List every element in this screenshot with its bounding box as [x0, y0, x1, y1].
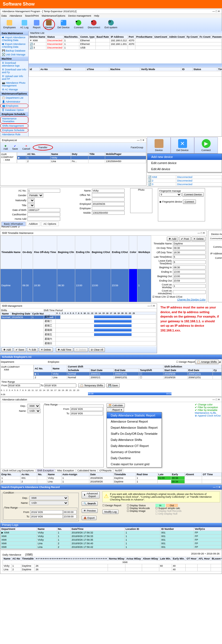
rm-gen[interactable]: Attendance General Report	[107, 418, 162, 425]
big-connect[interactable]: ▶Connect	[194, 137, 218, 154]
window-controls[interactable]: — □ ✕	[213, 10, 220, 13]
tt-caw[interactable]	[173, 284, 206, 288]
tb-transfer[interactable]: Transfer	[33, 144, 53, 150]
design-chk[interactable]: ☐ Design Report	[176, 361, 195, 363]
adv-export-btn[interactable]: ⬆ Advanced Export	[82, 491, 100, 499]
splitter[interactable]	[29, 63, 222, 67]
lp-timetables[interactable]: Maintenance Timetables	[0, 116, 28, 124]
menu-attendance[interactable]: Attendance	[9, 14, 22, 17]
tt-ein[interactable]	[173, 270, 206, 274]
tab-cio[interactable]: Clock In/Out Log Exceptions	[1, 469, 35, 472]
tb-aclog[interactable]: AC Log	[18, 19, 31, 30]
lp-employees[interactable]: 👥 Employees	[0, 104, 28, 108]
tab-noshf[interactable]: NoShf	[113, 469, 123, 472]
col-status[interactable]: Status	[46, 35, 64, 39]
tree-company[interactable]: OUR COMPANY	[1, 366, 33, 368]
tt-on[interactable]	[173, 246, 206, 250]
sc-from[interactable]	[8, 384, 40, 387]
change-color-link[interactable]: Change the Display Color	[152, 298, 206, 301]
tt-bin[interactable]	[173, 265, 206, 269]
table-row[interactable]: ▶1Vicky	[17, 156, 146, 160]
otel-field[interactable]	[92, 193, 125, 197]
modify-btn[interactable]: Modify Log	[102, 510, 118, 514]
ac-no-field[interactable]	[27, 189, 60, 193]
s-nm[interactable]: <All>	[29, 501, 68, 505]
ds-chk[interactable]: ☐ Display Status	[127, 504, 146, 507]
dm-editall[interactable]: Edit All device	[147, 166, 222, 172]
preview-btn[interactable]: 👁 Preview	[82, 508, 98, 513]
link-filter-ex[interactable]: ✔ Filter by exception	[195, 406, 221, 409]
col-devname[interactable]: Device Name	[29, 35, 46, 39]
sm-edit[interactable]: ✎ Edit	[27, 347, 38, 352]
col-prod[interactable]: ProductName	[135, 35, 153, 39]
c2-name[interactable]: Name	[63, 68, 86, 71]
mobile-field[interactable]	[92, 211, 125, 215]
gender-select[interactable]: Female	[27, 193, 43, 198]
lp-backup[interactable]: 💾 Backup Database	[0, 49, 28, 53]
save-btn[interactable]: 💾 Save	[106, 383, 120, 388]
s-from[interactable]	[30, 510, 63, 514]
col-ip[interactable]: IP Address	[110, 35, 128, 39]
c2-stime[interactable]: sTime	[86, 68, 109, 71]
lp-dl-logs[interactable]: ⬇ Download attendance logs	[0, 61, 28, 68]
di-chk[interactable]: ☐ Display Image	[127, 510, 146, 512]
dept-node[interactable]: OUR COMPANY	[1, 153, 16, 159]
lp-export[interactable]: 🡆 Export Attendance Checking Data	[0, 42, 28, 49]
lp-ul-user[interactable]: ⬆ Upload user info and FP	[0, 74, 28, 81]
dept-sub[interactable]: - XIMI	[1, 159, 16, 161]
tt-late[interactable]	[173, 255, 206, 259]
c2-acno[interactable]: Ac-No	[39, 68, 63, 71]
calc-to[interactable]	[70, 412, 103, 415]
rm-shifts[interactable]: Daily Attendance Shifts	[107, 437, 162, 443]
table-row[interactable]: Daytime09:3018:3008:3013:0013:0023:591	[1, 269, 151, 302]
menu-search[interactable]: Search/Print	[25, 14, 39, 17]
menu-maintenance[interactable]: Maintenance/Options	[42, 14, 65, 17]
link-maint[interactable]: Maintanance AL/BL	[195, 412, 221, 414]
lp-admin[interactable]: 👤 Administrator	[0, 100, 28, 104]
c2-id[interactable]: Id	[29, 68, 40, 71]
close-icon[interactable]: — □ ✕	[148, 305, 155, 307]
table-row[interactable]: 🔄 3Disconnected	[147, 183, 222, 186]
tb-device[interactable]: Device	[43, 19, 55, 30]
lp-shifts[interactable]: Shifts Management	[0, 124, 28, 128]
close-icon[interactable]: — □ ✕	[213, 398, 220, 401]
dm-edit[interactable]: Edit current device	[147, 160, 222, 166]
rm-dept[interactable]: Depart Attendance Statistic Report	[107, 425, 162, 431]
sm-addtime[interactable]: ✚ Add Time	[56, 347, 73, 352]
name-field[interactable]	[92, 189, 125, 193]
big-device[interactable]: Device	[147, 137, 171, 154]
machine-list-tab[interactable]: Machine List	[29, 31, 222, 35]
lp-db[interactable]: 🗄 Database Option	[0, 108, 28, 112]
sm-add[interactable]: ✚ Add	[1, 347, 13, 352]
calc-dep[interactable]: XIMI	[27, 404, 40, 408]
tt-cam[interactable]	[173, 290, 206, 294]
close-icon[interactable]: — □ ✕	[137, 139, 145, 142]
tt-eout[interactable]	[173, 279, 206, 283]
table-row[interactable]: XIMILina22016/9/26 17:56:421001FP	[1, 545, 222, 549]
calculate-btn[interactable]: 🧮 Calculate	[107, 403, 125, 408]
s-from-t[interactable]	[63, 510, 77, 514]
table-row[interactable]: XIMIVicky12016/9/26 17:56:331001FP	[1, 535, 222, 538]
tb-cancel[interactable]: ✕Cancel	[21, 144, 32, 151]
close-icon[interactable]: — □ ✕	[213, 486, 221, 489]
title-select[interactable]	[27, 203, 35, 208]
stt-post[interactable]: ✔ Post	[179, 237, 191, 241]
col-fc[interactable]: Fc Count	[199, 35, 211, 39]
rm-ot[interactable]: Daily Attendance OT Report	[107, 443, 162, 449]
rm-dailyot[interactable]: Daily Overtime	[107, 455, 162, 461]
card-field[interactable]	[27, 213, 60, 216]
temp-btn[interactable]: 📋 Temporary Shifts	[78, 383, 105, 388]
tab-shex[interactable]: Shift Exception	[36, 469, 55, 472]
emp-field[interactable]	[92, 206, 125, 210]
col-pw[interactable]: Passwo	[211, 35, 222, 39]
s-to-t[interactable]	[63, 515, 77, 518]
calc-name[interactable]: <All>	[27, 409, 41, 413]
report-btn[interactable]: 📄 Report ▾	[107, 408, 124, 412]
tb-add[interactable]: ✚Add	[1, 144, 10, 151]
lp-attrule[interactable]: Attendance Rule	[0, 132, 28, 136]
table-row[interactable]: 🔄 2Disconnected1Ethernet192.168.1.201437…	[29, 42, 222, 46]
col-port[interactable]: Port	[128, 35, 135, 39]
rm-sumot[interactable]: Summary of Overtime	[107, 449, 162, 455]
connect-device-btn[interactable]: Connect Device	[182, 192, 204, 197]
table-row[interactable]: ▶ XIMIVicky12016/9/26 17:56:321001FP	[1, 531, 222, 535]
